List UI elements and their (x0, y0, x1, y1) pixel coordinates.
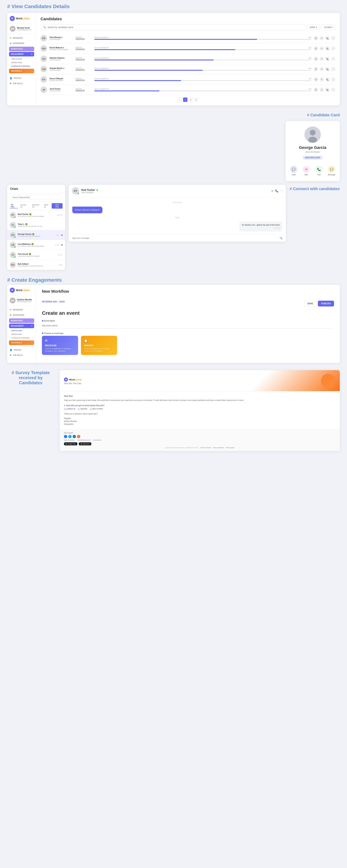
chat-message-input[interactable] (72, 237, 278, 239)
new-msg-btn[interactable]: New Msg (52, 203, 63, 209)
sidebar-item-profile[interactable]: 👤 PROFILE (7, 75, 36, 81)
nav-candidate-overview[interactable]: CANDIDATE OVERVIEW (7, 64, 36, 68)
page-btn-3[interactable]: 3 (194, 97, 198, 102)
wf-nav-dashboard[interactable]: ⊞ DASHBOARD (7, 312, 36, 318)
sidebar-item-job-skills[interactable]: ✖ JOB SKILLS (7, 81, 36, 86)
prev-page-btn[interactable]: ‹ (178, 97, 182, 102)
candidate-row[interactable]: KM Kevin Malone Full Stack Java Develope… (40, 43, 336, 54)
event-type-survey[interactable]: 📋 SURVEY create an engagement by sending… (81, 336, 117, 355)
wf-workforce-btn[interactable]: WORKFORCE › (9, 318, 34, 323)
cand-action-more[interactable]: ⋯ (331, 36, 336, 40)
sidebar-item-dashboard[interactable]: ⊞ DASHBOARD (7, 41, 36, 46)
radio-1[interactable] (78, 408, 80, 410)
cand-action-chat[interactable]: 💬 (314, 67, 318, 71)
chat-list-item[interactable]: GG George Garcia 🟢 Hi, could you send me… (7, 230, 65, 240)
cand-action-chat[interactable]: 💬 (314, 57, 318, 61)
action-mail[interactable]: ✉ Mail (303, 166, 310, 176)
cand-action-mail[interactable]: ✉ (319, 46, 324, 51)
candidate-row[interactable]: AM Angela Martin Java Developer Hired On… (40, 64, 336, 74)
chat-list-item[interactable]: RT Rod Tucker 🟢 Hi, could you send me th… (7, 210, 65, 220)
tab-archived[interactable]: Archived (2) (31, 204, 43, 208)
cand-action-chat[interactable]: 💬 (314, 46, 318, 51)
linkedin-icon[interactable]: in (73, 435, 76, 438)
cand-action-mail[interactable]: ✉ (319, 77, 324, 82)
wf-nav-candidate-overview[interactable]: CANDIDATE OVERVIEW (7, 336, 36, 340)
mail-action-icon[interactable]: ✉ (271, 189, 273, 192)
chat-list-item[interactable]: TA Tom Ansell 🟢 I somehow forward the de… (7, 250, 65, 260)
cand-action-mail[interactable]: ✉ (319, 67, 324, 71)
radio-0[interactable] (64, 408, 66, 410)
nav-workflows[interactable]: WORKFLOWS (7, 61, 36, 64)
candidate-row[interactable]: JP Josh Porter Java Developer Hired On 1… (40, 85, 336, 95)
nav-create-new[interactable]: CREATE NEW (7, 57, 36, 61)
wf-nav-job-skills[interactable]: ✖ JOB SKILLS (7, 352, 36, 358)
wf-engagement-btn[interactable]: ENGAGEMENT ∨ (9, 323, 34, 328)
cand-action-call[interactable]: 📞 (325, 88, 329, 92)
radio-2[interactable] (90, 408, 92, 410)
event-name-input[interactable] (42, 323, 334, 329)
cand-action-call[interactable]: 📞 (325, 46, 329, 51)
cand-action-more[interactable]: ⋯ (331, 67, 336, 71)
referrals-btn[interactable]: REFERRALS › (9, 69, 34, 73)
cand-action-chat[interactable]: 💬 (314, 36, 318, 40)
cand-action-more[interactable]: ⋯ (331, 46, 336, 51)
wf-nav-messages[interactable]: ✉ MESSAGES (7, 307, 36, 312)
attach-icon[interactable]: 📎 (280, 237, 283, 240)
cand-action-call[interactable]: 📞 (325, 67, 329, 71)
cand-action-call[interactable]: 📞 (325, 36, 329, 40)
cand-action-more[interactable]: ⋯ (331, 57, 336, 61)
engagement-btn[interactable]: ENGAGEMENT ∨ (9, 52, 34, 57)
candidate-row[interactable]: SH Stanley Hudson Java Developer Hired O… (40, 54, 336, 64)
sidebar-item-messages[interactable]: ✉ MESSAGES (7, 35, 36, 41)
open-browser-link[interactable]: Open in browser (64, 439, 75, 441)
publish-button[interactable]: PUBLISH (318, 301, 334, 306)
chat-list-item[interactable]: LM Lisa Mathews 🟢 Hi, could you send me … (7, 240, 65, 250)
action-call[interactable]: 📞 Call (315, 166, 323, 176)
cand-action-mail[interactable]: ✉ (319, 88, 324, 92)
progress-bar (94, 60, 311, 60)
workforce-btn[interactable]: WORKFORCE › (9, 47, 34, 51)
cand-action-chat[interactable]: 💬 (314, 77, 318, 82)
action-chat[interactable]: 💬 Chat (290, 166, 297, 176)
wf-nav-profile[interactable]: 👤 PROFILE (7, 347, 36, 352)
filter-button[interactable]: FILTER ▾ (321, 24, 336, 30)
search-icon: 🔍 (43, 26, 46, 29)
twitter-icon[interactable]: t (68, 435, 72, 438)
visit-link[interactable]: Visit WorkLlama.com (77, 439, 91, 441)
app-store-badge[interactable]: 🍎 App Store (79, 442, 92, 445)
chat-window-actions: ✉ 📞 ⋯ (271, 189, 283, 192)
cand-action-more[interactable]: ⋯ (331, 77, 336, 82)
event-type-message[interactable]: ✉ MESSAGE create an engagement by sendin… (42, 336, 78, 355)
save-button[interactable]: SAVE (304, 301, 317, 306)
chat-list-item[interactable]: TL Toby L. 🟢 I need to connect with the … (7, 220, 65, 230)
survey-card-top: W WorkLlama Your Job. Your Call. (60, 370, 340, 391)
candidate-row[interactable]: PB Pam Beesly Java Developer Hired On 19… (40, 33, 336, 43)
cand-action-mail[interactable]: ✉ (319, 36, 324, 40)
tab-unread[interactable]: Unread (5) (19, 204, 30, 208)
page-btn-1[interactable]: 1 (183, 97, 187, 102)
mark-as-btn[interactable]: Mark as (44, 204, 50, 208)
cand-action-mail[interactable]: ✉ (319, 57, 324, 61)
page-btn-2[interactable]: 2 (188, 97, 193, 102)
tab-all[interactable]: All (32) (10, 203, 18, 208)
action-message[interactable]: 💬 Message (328, 166, 336, 176)
sort-button[interactable]: SORT ▾ (307, 24, 320, 30)
cand-action-call[interactable]: 📞 (325, 77, 329, 82)
rss-icon[interactable]: ◎ (77, 435, 80, 438)
google-play-badge[interactable]: ▶ Google Play (64, 442, 77, 445)
progress-bar (94, 39, 311, 40)
chats-search-input[interactable] (10, 195, 63, 200)
facebook-icon[interactable]: f (64, 435, 67, 438)
cand-action-more[interactable]: ⋯ (331, 88, 336, 92)
cand-action-call[interactable]: 📞 (325, 57, 329, 61)
wf-nav-create-new[interactable]: CREATE NEW (7, 329, 36, 333)
cand-action-chat[interactable]: 💬 (314, 88, 318, 92)
wf-referrals-btn[interactable]: REFERRALS › (9, 340, 34, 345)
wf-nav-workflows[interactable]: WORKFLOWS (7, 333, 36, 336)
candidate-row[interactable]: KF Karen Fillepeli Solution Developer Hi… (40, 74, 336, 85)
chat-list-item[interactable]: BG Bob Gilbert hey, yesterday I received… (7, 260, 65, 270)
phone-action-icon[interactable]: 📞 (275, 189, 278, 192)
search-input[interactable] (47, 26, 303, 29)
unsubscribe-link[interactable]: Unsubscribe (93, 439, 101, 441)
more-action-icon[interactable]: ⋯ (280, 189, 283, 192)
